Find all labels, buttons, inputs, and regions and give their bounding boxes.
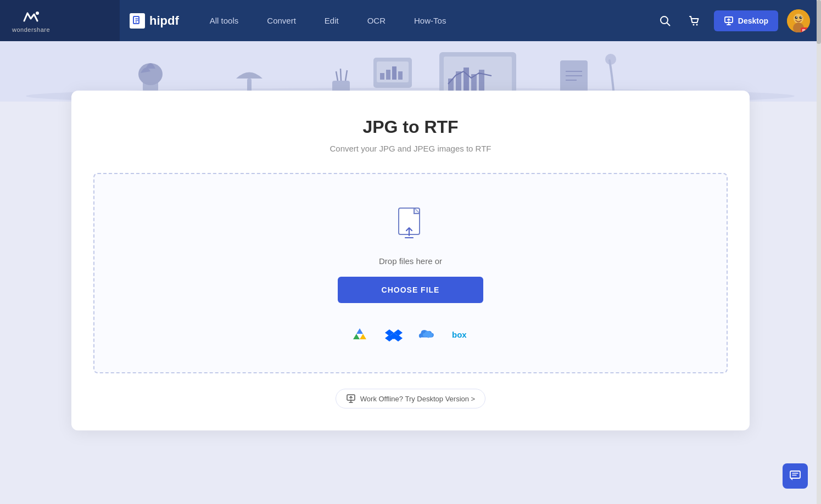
page-body: JPG to RTF Convert your JPG and JPEG ima… [0, 91, 821, 463]
wondershare-logo: wondershare [12, 9, 50, 33]
desktop-button[interactable]: Desktop [714, 10, 778, 31]
svg-point-8 [795, 16, 798, 19]
dropbox-icon[interactable] [384, 325, 404, 345]
feedback-button[interactable] [783, 463, 808, 489]
hipdf-logo[interactable]: hipdf [130, 13, 179, 29]
nav-right: Desktop Pro [655, 9, 821, 32]
nav-convert[interactable]: Convert [253, 0, 310, 41]
nav-edit[interactable]: Edit [310, 0, 353, 41]
user-avatar[interactable]: Pro [787, 9, 810, 32]
pro-badge: Pro [801, 27, 810, 32]
svg-line-20 [345, 70, 347, 81]
svg-point-3 [692, 24, 694, 25]
page-subtitle: Convert your JPG and JPEG images to RTF [93, 144, 728, 153]
svg-point-0 [36, 12, 39, 15]
cart-button[interactable] [684, 10, 705, 31]
svg-rect-28 [444, 57, 512, 95]
cloud-services: box [350, 325, 472, 345]
onedrive-icon[interactable] [418, 325, 438, 345]
navbar: wondershare hipdf All tools Convert Edit… [0, 0, 821, 41]
svg-point-4 [696, 24, 697, 25]
scrollbar[interactable] [817, 0, 821, 504]
nav-how-tos[interactable]: How-Tos [400, 0, 460, 41]
svg-rect-23 [380, 73, 384, 80]
offline-text: Work Offline? Try Desktop Version > [360, 395, 475, 403]
offline-banner-link[interactable]: Work Offline? Try Desktop Version > [336, 389, 485, 408]
hipdf-label: hipdf [149, 14, 179, 28]
upload-icon [394, 207, 427, 247]
svg-rect-42 [790, 471, 800, 478]
page-title: JPG to RTF [93, 117, 728, 137]
nav-ocr[interactable]: OCR [353, 0, 400, 41]
box-icon[interactable]: box [452, 325, 472, 345]
svg-rect-26 [398, 71, 403, 80]
choose-file-button[interactable]: CHOOSE FILE [338, 277, 484, 303]
svg-rect-24 [386, 70, 390, 80]
google-drive-icon[interactable] [350, 325, 370, 345]
wondershare-label: wondershare [12, 26, 50, 33]
drop-zone[interactable]: Drop files here or CHOOSE FILE [93, 173, 728, 373]
svg-text:box: box [452, 330, 467, 339]
svg-line-19 [340, 69, 341, 81]
svg-point-9 [800, 16, 802, 19]
drop-text: Drop files here or [379, 256, 442, 266]
svg-rect-31 [463, 68, 469, 91]
svg-point-11 [801, 16, 802, 18]
brand-area: wondershare [0, 0, 120, 41]
offline-banner: Work Offline? Try Desktop Version > [93, 389, 728, 408]
converter-card: JPG to RTF Convert your JPG and JPEG ima… [71, 91, 750, 430]
search-button[interactable] [655, 10, 675, 31]
svg-rect-25 [392, 66, 396, 80]
hipdf-icon [130, 13, 145, 29]
svg-point-7 [794, 14, 803, 24]
nav-all-tools[interactable]: All tools [196, 0, 253, 41]
svg-point-38 [605, 54, 616, 65]
nav-links: All tools Convert Edit OCR How-Tos [196, 0, 461, 41]
svg-point-10 [796, 16, 797, 18]
svg-line-18 [336, 71, 338, 81]
desktop-btn-label: Desktop [738, 16, 768, 25]
scrollbar-thumb[interactable] [817, 0, 821, 44]
